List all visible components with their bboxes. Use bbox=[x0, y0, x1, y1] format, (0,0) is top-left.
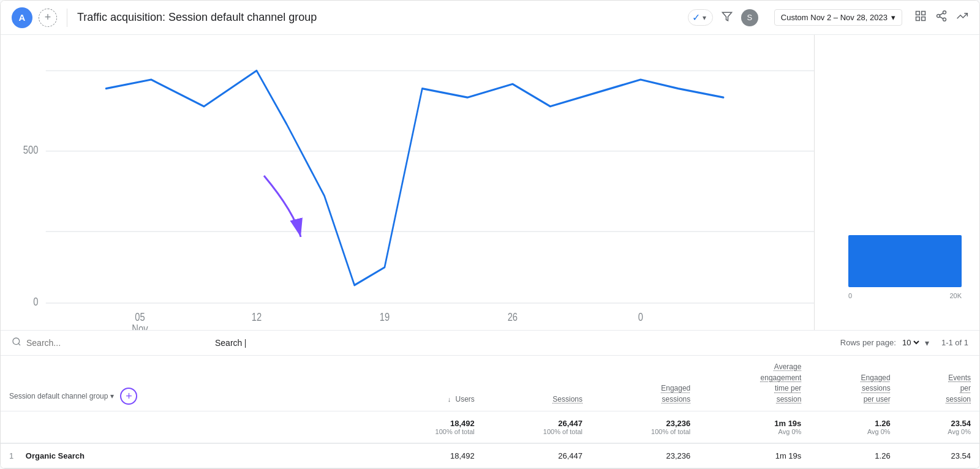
svg-text:500: 500 bbox=[23, 144, 39, 156]
col-header-events-per-session[interactable]: Events per session bbox=[899, 356, 979, 411]
col-header-engaged-sessions[interactable]: Engaged sessions bbox=[591, 356, 699, 411]
row-1-events-per-session-cell: 23.54 bbox=[899, 443, 979, 468]
svg-text:05: 05 bbox=[135, 311, 145, 323]
col-header-avg-engagement[interactable]: Average engagement time per session bbox=[699, 356, 810, 411]
share-icon[interactable] bbox=[935, 10, 948, 25]
svg-line-9 bbox=[940, 13, 943, 15]
segment-badge[interactable]: S bbox=[741, 9, 758, 26]
search-text: Search bbox=[215, 338, 246, 348]
total-events-per-session-cell: 23.54 Avg 0% bbox=[899, 411, 979, 444]
chart-type-icon[interactable] bbox=[914, 10, 927, 25]
svg-text:26: 26 bbox=[508, 311, 518, 323]
app-container: A + Traffic acquisition: Session default… bbox=[0, 0, 980, 469]
svg-point-7 bbox=[943, 18, 946, 21]
svg-marker-0 bbox=[722, 12, 731, 21]
bar-axis-left: 0 bbox=[848, 292, 852, 299]
total-dimension-cell bbox=[1, 411, 375, 444]
chevron-down-icon: ▾ bbox=[925, 338, 929, 348]
svg-line-8 bbox=[940, 17, 943, 18]
svg-text:0: 0 bbox=[638, 311, 643, 323]
col-header-engaged-per-user[interactable]: Engaged sessions per user bbox=[810, 356, 899, 411]
sort-icon: ↓ bbox=[448, 396, 451, 403]
col-header-dimension[interactable]: Session default channel group ▾ + bbox=[1, 356, 375, 411]
svg-point-5 bbox=[943, 11, 946, 14]
total-engaged-per-user-cell: 1.26 Avg 0% bbox=[810, 411, 899, 444]
search-row: Search Rows per page: 10 25 50 ▾ 1-1 of … bbox=[1, 331, 979, 356]
header-icons bbox=[914, 10, 968, 25]
bar-chart-panel: 0 20K bbox=[814, 35, 979, 330]
status-badge[interactable]: ✓ ▾ bbox=[688, 9, 713, 26]
total-engaged-sessions-cell: 23,236 100% of total bbox=[591, 411, 699, 444]
svg-point-23 bbox=[13, 338, 20, 345]
search-icon bbox=[12, 337, 21, 349]
status-chevron-icon: ▾ bbox=[703, 13, 706, 22]
rows-per-page-select[interactable]: 10 25 50 bbox=[900, 337, 921, 348]
svg-text:0: 0 bbox=[33, 296, 38, 307]
search-input[interactable] bbox=[26, 338, 210, 348]
table-section: Search Rows per page: 10 25 50 ▾ 1-1 of … bbox=[1, 331, 979, 468]
pagination-info: 1-1 of 1 bbox=[941, 338, 968, 347]
add-dimension-button[interactable]: + bbox=[120, 388, 137, 405]
svg-rect-1 bbox=[916, 12, 920, 15]
row-1-engaged-sessions-cell: 23,236 bbox=[591, 443, 699, 468]
filter-icon[interactable] bbox=[722, 11, 733, 24]
row-1-sessions-cell: 26,447 bbox=[483, 443, 591, 468]
rows-per-page: Rows per page: 10 25 50 ▾ 1-1 of 1 bbox=[840, 337, 968, 348]
row-1-avg-engagement-cell: 1m 19s bbox=[699, 443, 810, 468]
table-header-row: Session default channel group ▾ + ↓ User… bbox=[1, 356, 979, 411]
bar-axis-right: 20K bbox=[949, 292, 962, 299]
dimension-chevron-icon: ▾ bbox=[110, 391, 114, 402]
col-header-sessions[interactable]: Sessions bbox=[483, 356, 591, 411]
avatar[interactable]: A bbox=[12, 7, 32, 28]
bar-chart-bar bbox=[848, 235, 962, 287]
divider bbox=[67, 9, 67, 27]
svg-point-6 bbox=[937, 15, 940, 18]
row-1-dimension-cell: 1 Organic Search bbox=[1, 443, 375, 468]
date-chevron-icon: ▾ bbox=[891, 13, 895, 22]
svg-rect-3 bbox=[916, 17, 920, 21]
header-bar: A + Traffic acquisition: Session default… bbox=[1, 1, 979, 35]
page-title: Traffic acquisition: Session default cha… bbox=[77, 11, 682, 24]
svg-text:19: 19 bbox=[380, 311, 390, 323]
svg-text:12: 12 bbox=[252, 311, 262, 323]
total-avg-engagement-cell: 1m 19s Avg 0% bbox=[699, 411, 810, 444]
row-1-engaged-per-user-cell: 1.26 bbox=[810, 443, 899, 468]
rows-per-page-label: Rows per page: bbox=[840, 338, 896, 347]
row-number: 1 bbox=[9, 451, 13, 460]
data-table: Session default channel group ▾ + ↓ User… bbox=[1, 356, 979, 468]
svg-text:Nov: Nov bbox=[132, 323, 148, 330]
chart-area: 500 0 05 Nov 12 19 26 0 0 20K bbox=[1, 35, 979, 331]
svg-rect-2 bbox=[922, 12, 925, 15]
row-1-users-cell: 18,492 bbox=[375, 443, 483, 468]
col-header-users[interactable]: ↓ Users bbox=[375, 356, 483, 411]
search-wrapper: Search bbox=[12, 337, 835, 349]
add-view-button[interactable]: + bbox=[39, 9, 57, 27]
svg-line-24 bbox=[18, 343, 20, 345]
total-sessions-cell: 26,447 100% of total bbox=[483, 411, 591, 444]
total-row: 18,492 100% of total 26,447 100% of tota… bbox=[1, 411, 979, 444]
trend-icon[interactable] bbox=[956, 10, 968, 25]
table-row: 1 Organic Search 18,492 26,447 23,236 1m… bbox=[1, 443, 979, 468]
check-icon: ✓ bbox=[692, 12, 700, 23]
row-dimension-value[interactable]: Organic Search bbox=[26, 451, 85, 460]
date-range-picker[interactable]: Custom Nov 2 – Nov 28, 2023 ▾ bbox=[774, 9, 902, 26]
svg-rect-4 bbox=[922, 17, 925, 21]
total-users-cell: 18,492 100% of total bbox=[375, 411, 483, 444]
